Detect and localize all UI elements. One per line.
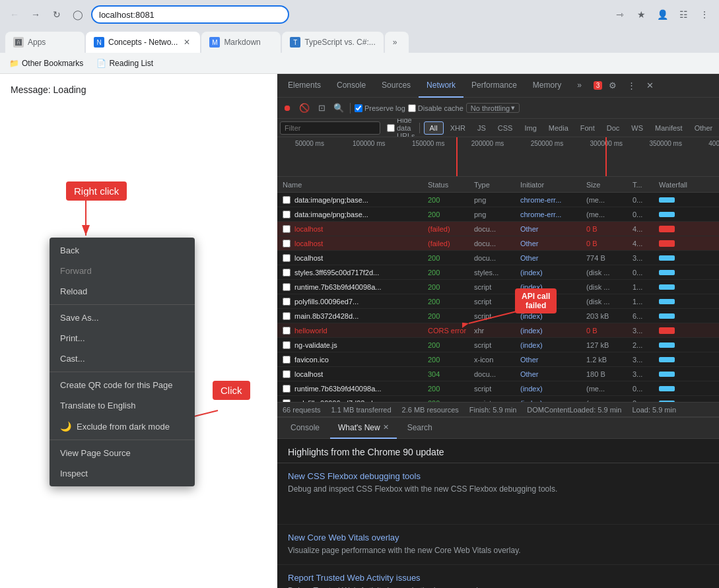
devtools-tab-console[interactable]: Console <box>329 74 374 98</box>
table-row[interactable]: polyfills.00096ed7... 200 script (index)… <box>277 294 719 309</box>
bookmark-reading-list[interactable]: 📄 Reading List <box>92 57 157 69</box>
record-button[interactable]: ⏺ <box>280 101 294 115</box>
table-row[interactable]: localhost 200 docu... Other 774 B 3... <box>277 251 719 265</box>
row-checkbox-0[interactable] <box>283 196 291 204</box>
row-checkbox-12[interactable] <box>283 370 291 378</box>
row-checkbox-2[interactable] <box>283 225 291 233</box>
ctx-print[interactable]: Print... <box>50 328 195 348</box>
row-checkbox-8[interactable] <box>283 312 291 320</box>
table-row[interactable]: data:image/png;base... 200 png chrome-er… <box>277 207 719 222</box>
table-row[interactable]: ng-validate.js 200 script (index) 127 kB… <box>277 338 719 352</box>
ctx-inspect[interactable]: Inspect <box>50 463 195 484</box>
hide-data-urls-label[interactable]: Hide data URLs <box>387 119 415 137</box>
filter-img[interactable]: Img <box>519 121 541 135</box>
grid-button[interactable]: ⇾ <box>611 5 629 24</box>
devtools-tab-performance[interactable]: Performance <box>463 74 525 98</box>
row-checkbox-9[interactable] <box>283 327 291 335</box>
forward-button[interactable]: → <box>26 5 45 24</box>
table-row[interactable]: helloworld CORS error xhr (index) 0 B 3.… <box>277 323 719 338</box>
tab-typescript[interactable]: T TypeScript vs. C#:... <box>282 32 383 53</box>
row-checkbox-6[interactable] <box>283 283 291 291</box>
table-row[interactable]: main.8b372d428d... 200 script (index) 20… <box>277 309 719 323</box>
bookmark-other[interactable]: 📁 Other Bookmarks <box>5 57 87 69</box>
ctx-save-as[interactable]: Save As... <box>50 308 195 328</box>
preserve-log-checkbox[interactable] <box>355 104 362 112</box>
preserve-log-label[interactable]: Preserve log <box>355 104 405 112</box>
th-status[interactable]: Status <box>425 181 471 189</box>
filter-input[interactable] <box>280 121 380 135</box>
th-waterfall[interactable]: Waterfall ▼ <box>656 181 719 189</box>
table-row[interactable]: localhost 304 docu... Other 180 B 3... <box>277 367 719 381</box>
table-row[interactable]: localhost (failed) docu... Other 0 B 4..… <box>277 222 719 236</box>
devtools-tab-elements[interactable]: Elements <box>280 74 329 98</box>
throttle-selector[interactable]: No throttling ▾ <box>466 103 520 113</box>
filter-other[interactable]: Other <box>689 121 718 135</box>
devtools-settings-button[interactable]: ⚙ <box>605 78 621 94</box>
devtools-tab-memory[interactable]: Memory <box>525 74 569 98</box>
ctx-dark-mode[interactable]: 🌙 Exclude from dark mode <box>50 416 195 437</box>
filter-all[interactable]: All <box>424 121 444 135</box>
ctx-qr-code[interactable]: Create QR code for this Page <box>50 375 195 395</box>
ctx-view-source[interactable]: View Page Source <box>50 443 195 463</box>
address-bar[interactable]: localhost:8081 <box>91 5 289 24</box>
filter-toggle-button[interactable]: ⊡ <box>314 101 329 115</box>
hide-data-urls-checkbox[interactable] <box>387 124 395 132</box>
star-button[interactable]: ★ <box>632 5 650 24</box>
search-button[interactable]: 🔍 <box>331 101 346 115</box>
row-checkbox-5[interactable] <box>283 269 291 277</box>
th-initiator[interactable]: Initiator <box>518 181 584 189</box>
disable-cache-label[interactable]: Disable cache <box>408 104 463 112</box>
whats-new-item-0[interactable]: New CSS Flexbox debugging tools Debug an… <box>277 463 719 525</box>
whats-new-tab-close[interactable]: ✕ <box>383 423 389 432</box>
filter-font[interactable]: Font <box>575 121 600 135</box>
ctx-translate[interactable]: Translate to English <box>50 395 195 416</box>
bottom-tab-console[interactable]: Console <box>283 418 327 439</box>
filter-js[interactable]: JS <box>472 121 491 135</box>
tab-apps[interactable]: 🅰 Apps <box>5 32 85 53</box>
back-button[interactable]: ← <box>5 5 24 24</box>
filter-media[interactable]: Media <box>543 121 574 135</box>
home-button[interactable]: ◯ <box>69 5 87 24</box>
table-row[interactable]: data:image/png;base... 200 png chrome-er… <box>277 193 719 207</box>
devtools-tab-network[interactable]: Network <box>419 74 463 98</box>
tab-close-concepts[interactable]: ✕ <box>182 37 192 48</box>
reload-button[interactable]: ↻ <box>48 5 66 24</box>
more-button[interactable]: ⋮ <box>695 5 714 24</box>
filter-manifest[interactable]: Manifest <box>650 121 688 135</box>
table-row[interactable]: runtime.7b63b9fd40098a... 200 script (in… <box>277 381 719 396</box>
table-row[interactable]: favicon.ico 200 x-icon Other 1.2 kB 3... <box>277 352 719 367</box>
th-type[interactable]: Type <box>471 181 518 189</box>
devtools-tab-sources[interactable]: Sources <box>374 74 419 98</box>
th-size[interactable]: Size <box>584 181 630 189</box>
row-checkbox-13[interactable] <box>283 385 291 393</box>
whats-new-item-2[interactable]: Report Trusted Web Activity issues Debug… <box>277 565 719 588</box>
devtools-close-button[interactable]: ✕ <box>642 78 658 94</box>
th-time[interactable]: T... <box>630 181 656 189</box>
ctx-reload[interactable]: Reload <box>50 281 195 302</box>
bottom-tab-whats-new[interactable]: What's New ✕ <box>330 418 397 439</box>
disable-cache-checkbox[interactable] <box>408 104 416 112</box>
network-table[interactable]: Name Status Type Initiator Size T... Wat… <box>277 177 719 402</box>
ctx-cast[interactable]: Cast... <box>50 348 195 369</box>
tabs-more-button[interactable]: » <box>385 32 409 53</box>
filter-css[interactable]: CSS <box>493 121 518 135</box>
tab-markdown[interactable]: M Markdown <box>201 32 281 53</box>
devtools-more-button[interactable]: ⋮ <box>623 78 639 94</box>
table-row[interactable]: styles.3ff695c00d717f2d... 200 styles...… <box>277 265 719 280</box>
table-row[interactable]: runtime.7b63b9fd40098a... 200 script (in… <box>277 280 719 294</box>
table-row[interactable]: localhost (failed) docu... Other 0 B 4..… <box>277 236 719 251</box>
row-checkbox-11[interactable] <box>283 356 291 364</box>
bottom-tab-search[interactable]: Search <box>399 418 440 439</box>
filter-ws[interactable]: WS <box>626 121 648 135</box>
row-checkbox-7[interactable] <box>283 298 291 306</box>
th-name[interactable]: Name <box>280 181 425 189</box>
clear-button[interactable]: 🚫 <box>297 101 312 115</box>
tab-concepts[interactable]: N Concepts - Netwo... ✕ <box>86 32 200 53</box>
filter-xhr[interactable]: XHR <box>445 121 471 135</box>
row-checkbox-1[interactable] <box>283 211 291 218</box>
filter-doc[interactable]: Doc <box>601 121 625 135</box>
whats-new-item-1[interactable]: New Core Web Vitals overlay Visualize pa… <box>277 525 719 565</box>
profile-button[interactable]: 👤 <box>653 5 671 24</box>
row-checkbox-3[interactable] <box>283 240 291 247</box>
extensions-button[interactable]: ☷ <box>674 5 693 24</box>
